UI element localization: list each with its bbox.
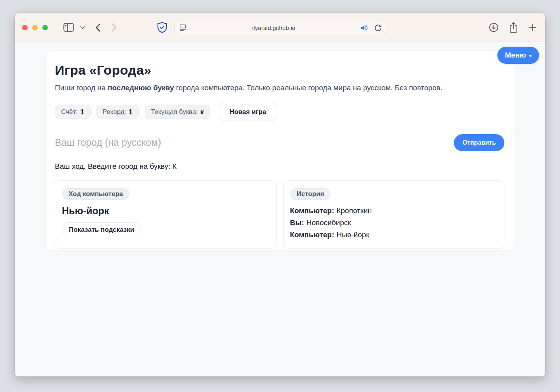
history-panel: История Компьютер:Кропоткин Вы:Новосибир… xyxy=(283,180,505,248)
new-game-button[interactable]: Новая игра xyxy=(220,103,276,121)
history-entry-author: Компьютер: xyxy=(290,231,334,239)
history-entry: Вы:Новосибирск xyxy=(290,217,498,229)
record-label: Рекорд: xyxy=(103,108,126,116)
score-value: 1 xyxy=(80,108,84,116)
close-window-button[interactable] xyxy=(22,25,28,30)
record-badge: Рекорд: 1 xyxy=(96,105,139,119)
move-input-row: Отправить xyxy=(55,134,504,151)
history-entry-city: Нью-йорк xyxy=(336,231,369,239)
chevron-right-icon xyxy=(112,23,117,32)
menu-button[interactable]: Меню ▾ xyxy=(497,47,539,64)
history-entry-author: Вы: xyxy=(290,219,304,227)
minimize-window-button[interactable] xyxy=(32,25,38,30)
shield-check-icon xyxy=(157,22,167,33)
caret-down-icon: ▾ xyxy=(529,53,532,59)
history-entry: Компьютер:Кропоткин xyxy=(290,205,498,217)
history-entry-city: Новосибирск xyxy=(306,219,351,227)
rules-suffix: города компьютера. Только реальные город… xyxy=(174,84,442,92)
share-button[interactable] xyxy=(509,22,518,33)
history-entry-author: Компьютер: xyxy=(290,206,334,215)
show-hints-button[interactable]: Показать подсказки xyxy=(62,222,141,237)
browser-toolbar: ilya-sid.github.io xyxy=(15,13,545,42)
computer-move-badge: Ход компьютера xyxy=(62,188,130,200)
rules-prefix: Пиши город на xyxy=(55,84,108,92)
browser-window: ilya-sid.github.io xyxy=(15,13,545,376)
page-title: Игра «Города» xyxy=(55,63,504,78)
turn-status-text: Ваш ход. Введите город на букву: К xyxy=(55,162,504,171)
current-letter-label: Текущая буква: xyxy=(151,108,198,116)
computer-move-panel: Ход компьютера Нью-йорк Показать подсказ… xyxy=(55,180,276,248)
city-input[interactable] xyxy=(55,134,454,151)
reload-icon xyxy=(374,24,382,32)
sidebar-toggle-button[interactable] xyxy=(63,23,74,32)
stats-row: Счёт: 1 Рекорд: 1 Текущая буква: к Новая… xyxy=(55,103,504,121)
current-letter-value: к xyxy=(200,108,204,116)
share-icon xyxy=(509,22,518,33)
download-icon xyxy=(489,23,499,32)
panels-row: Ход компьютера Нью-йорк Показать подсказ… xyxy=(55,180,504,248)
sidebar-icon xyxy=(63,23,74,32)
chevron-down-icon xyxy=(80,26,85,29)
plus-icon xyxy=(528,23,537,32)
score-badge: Счёт: 1 xyxy=(55,105,91,119)
page-content: Меню ▾ Игра «Города» Пиши город на после… xyxy=(15,42,545,376)
back-button[interactable] xyxy=(95,23,101,32)
record-value: 1 xyxy=(128,108,133,116)
downloads-button[interactable] xyxy=(489,23,499,32)
forward-button[interactable] xyxy=(112,23,117,32)
computer-city-text: Нью-йорк xyxy=(62,205,270,217)
reader-icon xyxy=(178,24,187,31)
address-bar[interactable]: ilya-sid.github.io xyxy=(174,21,386,34)
speaker-icon xyxy=(360,24,369,31)
menu-button-label: Меню xyxy=(505,51,526,60)
url-text[interactable]: ilya-sid.github.io xyxy=(187,24,360,31)
mute-tab-button[interactable] xyxy=(360,24,369,31)
page-format-button[interactable] xyxy=(178,24,187,31)
current-letter-badge: Текущая буква: к xyxy=(145,105,210,119)
chevron-left-icon xyxy=(95,23,101,32)
history-entry-city: Кропоткин xyxy=(336,206,372,215)
history-badge: История xyxy=(290,188,331,200)
rules-bold: последнюю букву xyxy=(108,84,174,92)
privacy-extension-button[interactable] xyxy=(157,22,167,33)
window-controls xyxy=(22,25,48,30)
game-rules-text: Пиши город на последнюю букву города ком… xyxy=(55,84,504,92)
history-entry: Компьютер:Нью-йорк xyxy=(290,229,498,241)
zoom-window-button[interactable] xyxy=(42,25,48,30)
sidebar-chevron-button[interactable] xyxy=(80,26,85,29)
game-card: Игра «Города» Пиши город на последнюю бу… xyxy=(46,51,514,251)
submit-button[interactable]: Отправить xyxy=(454,134,504,151)
reload-button[interactable] xyxy=(374,24,382,32)
new-tab-button[interactable] xyxy=(528,23,537,32)
score-label: Счёт: xyxy=(61,108,78,116)
